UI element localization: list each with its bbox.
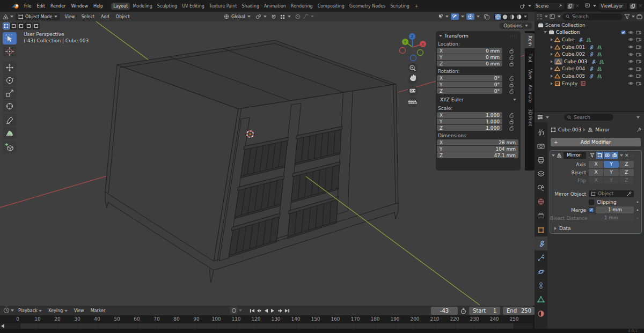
- properties-tab-material[interactable]: [535, 306, 547, 320]
- transform-scale-z[interactable]: Z1.000: [437, 125, 502, 131]
- tool-measure[interactable]: [3, 127, 17, 139]
- npanel-tab-animate[interactable]: Animate: [525, 83, 535, 105]
- current-frame-field[interactable]: -43: [431, 307, 458, 315]
- shading-solid-icon[interactable]: [502, 14, 508, 20]
- properties-tab-tool[interactable]: [535, 125, 547, 139]
- prev-keyframe-button[interactable]: [255, 307, 262, 314]
- timeline-track[interactable]: [0, 323, 533, 329]
- transform-location-z[interactable]: Z0 mm: [437, 61, 502, 66]
- lock-icon[interactable]: [509, 55, 514, 60]
- add-modifier-button[interactable]: +Add Modifier: [551, 138, 641, 146]
- properties-tab-physics[interactable]: [535, 264, 547, 278]
- properties-tab-collection[interactable]: [535, 209, 547, 223]
- clipping-checkbox[interactable]: [589, 199, 594, 205]
- merge-checkbox[interactable]: ✓: [589, 208, 594, 213]
- eye-toggle[interactable]: [628, 37, 634, 42]
- mirror-bisect-buttons[interactable]: XYZ: [589, 169, 634, 176]
- snap-target-icon[interactable]: [280, 14, 286, 19]
- lock-icon[interactable]: [509, 113, 514, 118]
- mirror-flip-buttons[interactable]: XYZ: [589, 177, 634, 184]
- modifier-show-render-toggle[interactable]: [611, 152, 618, 159]
- transform-location-x[interactable]: X0 mm: [437, 48, 502, 54]
- frame-end-field[interactable]: End250: [503, 307, 535, 315]
- gizmo-toggle-icon[interactable]: [437, 14, 443, 20]
- jump-to-end-button[interactable]: [283, 307, 290, 314]
- bisect-distance-field[interactable]: 1 mm: [589, 214, 634, 221]
- select-mode-circle[interactable]: [18, 23, 25, 29]
- eye-toggle[interactable]: [628, 81, 634, 86]
- next-keyframe-button[interactable]: [276, 307, 283, 314]
- camera-toggle[interactable]: [636, 30, 641, 35]
- camera-toggle[interactable]: [636, 81, 641, 86]
- record-button[interactable]: [230, 307, 238, 314]
- zoom-icon[interactable]: [408, 63, 418, 73]
- transform-scale-y[interactable]: Y1.000: [437, 119, 502, 124]
- overlays-toggle-on[interactable]: [451, 13, 459, 20]
- workspace-tab-sculpting[interactable]: Sculpting: [155, 3, 179, 10]
- eye-toggle[interactable]: [628, 59, 634, 64]
- viewport-3d[interactable]: Object Mode ViewSelectAddObject Global: [0, 12, 535, 306]
- transform-rotation-y[interactable]: Y0°: [437, 82, 502, 87]
- camera-toggle[interactable]: [636, 59, 641, 64]
- npanel-tab-view[interactable]: View: [525, 68, 535, 80]
- eye-toggle[interactable]: [628, 73, 634, 78]
- stopwatch-icon[interactable]: [460, 308, 466, 314]
- camera-toggle[interactable]: [636, 45, 641, 49]
- viewport-menu-object[interactable]: Object: [113, 14, 133, 19]
- transform-rotation-x[interactable]: X0°: [437, 75, 502, 81]
- frame-start-field[interactable]: Start1: [469, 307, 500, 315]
- menu-edit[interactable]: Edit: [34, 4, 48, 9]
- shading-rendered-icon[interactable]: [516, 14, 522, 20]
- eye-toggle[interactable]: [628, 30, 634, 35]
- timeline-menu-marker[interactable]: Marker: [87, 308, 109, 313]
- tool-select-box[interactable]: [3, 32, 17, 45]
- properties-search[interactable]: Search: [564, 114, 613, 121]
- scene-icon[interactable]: [519, 3, 526, 9]
- properties-tab-particles[interactable]: [535, 250, 547, 264]
- lock-icon[interactable]: [509, 119, 514, 124]
- tool-scale[interactable]: [3, 87, 17, 99]
- editor-type-icon[interactable]: [2, 14, 9, 20]
- outliner-row-scene-collection[interactable]: Scene Collection: [535, 21, 644, 29]
- outliner-row-cube[interactable]: Cube: [535, 36, 644, 43]
- camera-toggle[interactable]: [636, 52, 641, 57]
- breadcrumb-modifier[interactable]: Mirror: [595, 127, 610, 132]
- pivot-point-icon[interactable]: [255, 14, 261, 19]
- lock-icon[interactable]: [509, 48, 514, 54]
- timeline-ruler[interactable]: 0102030405060708090100110120130140150160…: [0, 315, 533, 323]
- pin-icon[interactable]: [636, 127, 642, 132]
- viewport-menu-select[interactable]: Select: [78, 14, 98, 19]
- menu-window[interactable]: Window: [68, 4, 91, 9]
- outliner-row-cube-004[interactable]: Cube.004: [535, 65, 644, 73]
- properties-tab-object[interactable]: [535, 223, 547, 236]
- tool-move[interactable]: [3, 61, 17, 73]
- orthographic-toggle-icon[interactable]: [408, 97, 418, 107]
- transform-dimensions-z[interactable]: Z47.1 mm: [437, 152, 518, 158]
- camera-toggle[interactable]: [636, 66, 641, 71]
- menu-render[interactable]: Render: [48, 4, 68, 9]
- outliner-row-cube-005[interactable]: Cube.005: [535, 72, 644, 80]
- outliner-search[interactable]: Search: [562, 13, 623, 20]
- transform-dimensions-y[interactable]: Y104 mm: [437, 146, 518, 152]
- modifier-close-button[interactable]: ✕: [625, 153, 629, 158]
- modifier-show-viewport-toggle[interactable]: [604, 152, 611, 159]
- menu-file[interactable]: File: [21, 4, 34, 9]
- merge-distance-field[interactable]: 1 mm: [596, 206, 634, 213]
- workspace-tab-animation[interactable]: Animation: [262, 3, 288, 10]
- viewport-menu-add[interactable]: Add: [98, 14, 113, 19]
- lock-icon[interactable]: [509, 82, 514, 87]
- transform-location-y[interactable]: Y0 mm: [437, 54, 502, 60]
- play-reverse-button[interactable]: [262, 307, 269, 314]
- pan-icon[interactable]: [408, 75, 418, 85]
- overlap-squares-icon[interactable]: [484, 14, 490, 20]
- lock-icon[interactable]: [509, 76, 514, 81]
- workspace-tab-scripting[interactable]: Scripting: [388, 3, 412, 10]
- scene-copy-button[interactable]: [567, 3, 574, 9]
- viewlayer-icon[interactable]: [585, 3, 591, 9]
- xray-toggle-on[interactable]: [466, 13, 474, 20]
- camera-toggle[interactable]: [636, 73, 641, 78]
- workspace-tab-layout[interactable]: Layout: [111, 3, 130, 10]
- outliner-row-collection[interactable]: Collection: [535, 29, 644, 36]
- shading-material-icon[interactable]: [509, 14, 515, 20]
- tool-annotate[interactable]: [3, 114, 17, 126]
